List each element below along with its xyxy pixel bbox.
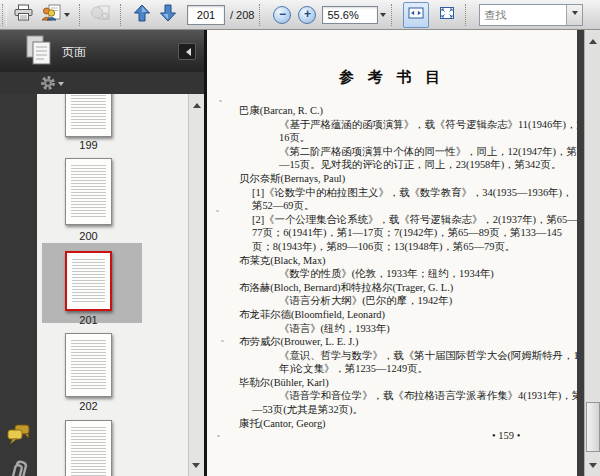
thumbnail-page-number[interactable]: 199	[37, 139, 140, 151]
zoom-out-button[interactable]: −	[273, 6, 291, 24]
bibliography-line: —15页。见对我的评论的订正，同上，23(1958年)，第342页。	[207, 158, 569, 172]
bibliography-line: 《第二阶严格函项演算中个体的同一性》，同上，12(1947年)，第12	[207, 145, 569, 159]
page-thumbnail-201[interactable]	[65, 251, 112, 311]
bibliography-lines: 巴康(Barcan, R. C.)《基于严格蕴涵的函项演算》，载《符号逻辑杂志》…	[207, 104, 569, 430]
page-thumbnail[interactable]	[65, 420, 112, 476]
thumbnail-page-number[interactable]: 201	[37, 314, 140, 326]
search-input[interactable]	[480, 7, 566, 23]
page-edge-shadow	[577, 30, 584, 476]
comments-icon	[6, 432, 31, 449]
scroll-down-icon[interactable]	[589, 463, 597, 472]
page-thumbnail-199[interactable]	[65, 94, 112, 137]
print-icon	[14, 4, 33, 25]
chevron-down-icon	[572, 11, 578, 18]
page-thumbnail-202[interactable]	[65, 333, 112, 397]
thumbnail-content	[71, 340, 106, 391]
upload-document-button	[86, 2, 115, 28]
document-title: 参 考 书 目	[207, 68, 577, 87]
fit-page-button[interactable]	[434, 2, 460, 28]
pages-panel-title: 页面	[62, 44, 86, 61]
next-page-button[interactable]	[155, 2, 181, 28]
toolbar-separator	[391, 4, 393, 26]
search-dropdown-button[interactable]	[566, 5, 582, 25]
next-page-icon	[159, 4, 177, 26]
toolbar-separator	[120, 4, 122, 26]
bibliography-line: 《语言》(纽约，1933年)	[207, 322, 569, 336]
zoom-in-button[interactable]: +	[298, 6, 316, 24]
send-collaborate-button[interactable]	[37, 2, 74, 28]
page-total-label: / 208	[230, 9, 254, 21]
bibliography-line: 《基于严格蕴涵的函项演算》，载《符号逻辑杂志》11(1946年)，第1—	[207, 118, 569, 132]
thumbnail-content	[71, 427, 106, 476]
toolbar-grip[interactable]	[2, 4, 7, 26]
panel-options-dropdown-icon[interactable]	[58, 82, 64, 89]
pages-sidebar: 页面	[0, 30, 207, 476]
scroll-up-icon[interactable]	[589, 35, 597, 44]
document-page: 参 考 书 目 巴康(Barcan, R. C.)《基于严格蕴涵的函项演算》，载…	[207, 30, 577, 476]
comments-panel-button[interactable]	[6, 424, 31, 450]
page-folio-number: • 159 •	[492, 430, 520, 441]
pages-icon	[24, 34, 54, 71]
fit-width-icon	[408, 6, 424, 24]
bibliography-line: —53页(尤其是第32页)。	[207, 403, 569, 417]
scan-speck	[217, 435, 220, 437]
document-scrollbar[interactable]	[584, 30, 600, 476]
scrollbar-thumb[interactable]	[586, 402, 600, 452]
gear-icon[interactable]	[40, 75, 56, 91]
fit-width-button[interactable]	[403, 2, 429, 28]
thumbnail-content	[71, 95, 106, 131]
thumbnail-content	[71, 165, 106, 219]
bibliography-line: 《数学的性质》(伦敦，1933年；纽约，1934年)	[207, 267, 569, 281]
thumbnail-list: 199200201202	[37, 94, 204, 476]
bibliography-line: 《意识、哲学与数学》，载《第十届国际哲学大会(阿姆斯特丹，1949	[207, 349, 569, 363]
previous-page-button[interactable]	[129, 2, 155, 28]
toolbar-separator	[79, 4, 81, 26]
thumbnail-content	[72, 259, 105, 304]
upload-disabled-icon	[90, 4, 111, 25]
bibliography-line: 第52—69页。	[207, 199, 569, 213]
bibliography-line: 贝尔奈斯(Bernays, Paul)	[207, 172, 569, 186]
previous-page-icon	[133, 4, 151, 26]
send-collaborate-dropdown-icon[interactable]	[64, 13, 70, 20]
collapse-panel-icon	[182, 48, 191, 56]
bibliography-line: [1]《论数学中的柏拉图主义》，载《数学教育》，34(1935—1936年)，	[207, 186, 569, 200]
scan-speck	[216, 210, 219, 212]
toolbar-separator	[465, 4, 467, 26]
bibliography-line: 年)论文集》，第1235—1249页。	[207, 362, 569, 376]
zoom-level-value: 55.6%	[327, 9, 358, 21]
pdf-viewer-window: / 208 − + 55.6%	[0, 0, 600, 476]
pages-panel-header: 页面	[0, 30, 204, 73]
page-number-input[interactable]	[187, 5, 225, 25]
bibliography-line: 毕勒尔(Bühler, Karl)	[207, 376, 569, 390]
bibliography-line: 康托(Cantor, Georg)	[207, 417, 569, 431]
bibliography-line: 布莱克(Black, Max)	[207, 254, 569, 268]
navigation-rail	[0, 94, 38, 476]
attachments-panel-button[interactable]	[8, 456, 30, 476]
panel-options-row	[0, 72, 204, 94]
bibliography-line: 布龙菲尔德(Bloomfield, Leonard)	[207, 308, 569, 322]
send-collaborate-icon	[41, 4, 62, 25]
bibliography-line: 布洛赫(Bloch, Bernard)和特拉格尔(Trager, G. L.)	[207, 281, 569, 295]
bibliography-line: 《语言分析大纲》(巴尔的摩，1942年)	[207, 294, 569, 308]
zoom-dropdown-icon[interactable]	[380, 13, 386, 20]
scroll-down-icon[interactable]	[192, 463, 200, 472]
page-thumbnail-200[interactable]	[65, 158, 112, 225]
scan-speck	[221, 340, 224, 342]
thumbnail-page-number[interactable]: 202	[37, 400, 140, 412]
collapse-panel-button[interactable]	[178, 43, 196, 60]
thumbnail-scrollbar[interactable]	[188, 94, 204, 476]
main-toolbar: / 208 − + 55.6%	[0, 0, 600, 30]
toolbar-separator	[259, 4, 261, 26]
bibliography-line: 77页；6(1941年)，第1—17页；7(1942年)，第65—89页，第13…	[207, 226, 569, 240]
scroll-up-icon[interactable]	[193, 99, 201, 108]
bibliography-line: 巴康(Barcan, R. C.)	[207, 104, 569, 118]
bibliography-line: 16页。	[207, 131, 569, 145]
thumbnail-page-number[interactable]: 200	[37, 230, 140, 242]
search-box	[479, 4, 583, 26]
zoom-level-field[interactable]: 55.6%	[322, 6, 378, 24]
bibliography-line: 《语音学和音位学》，载《布拉格语言学派著作集》4(1931年)，第22	[207, 389, 569, 403]
fit-page-icon	[439, 6, 455, 24]
bibliography-line: 页；8(1943年)，第89—106页；13(1948年)，第65—79页。	[207, 240, 569, 254]
scan-speck	[219, 100, 222, 102]
print-button[interactable]	[10, 2, 37, 28]
